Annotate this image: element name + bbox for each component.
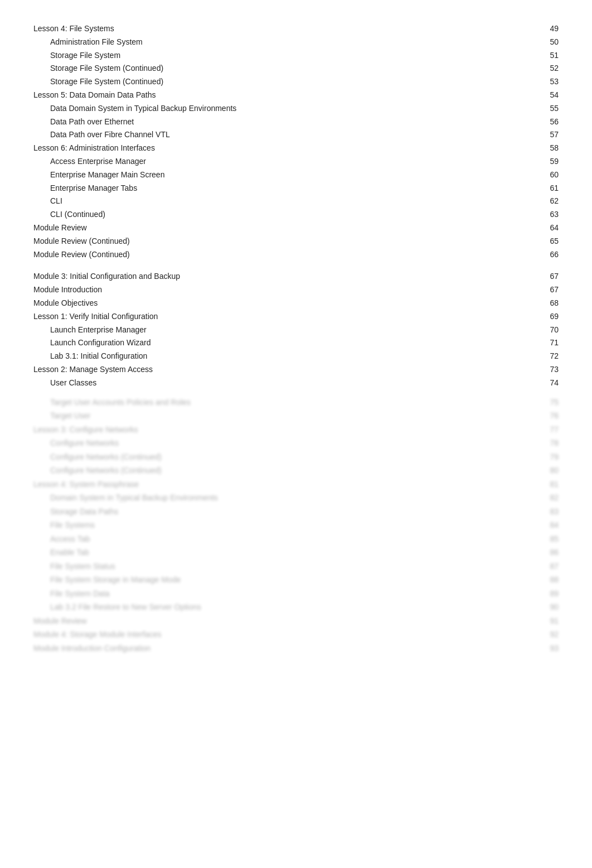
toc-blurred-entry: Module Introduction Configuration 93 <box>33 642 559 655</box>
toc-entry: Data Path over Ethernet 56 <box>33 115 559 129</box>
toc-entry-page: 69 <box>536 310 559 324</box>
toc-entry-text: Data Path over Ethernet <box>50 115 536 129</box>
toc-entry-text: Module Review <box>33 221 536 235</box>
toc-entry: Module Review (Continued) 66 <box>33 248 559 262</box>
toc-entry: Access Enterprise Manager 59 <box>33 155 559 168</box>
toc-entry-page: 61 <box>536 182 559 195</box>
toc-blurred-entry-text: Module Introduction Configuration <box>33 642 536 655</box>
toc-entry-page: 50 <box>536 36 559 49</box>
toc-entry-text: Lesson 5: Data Domain Data Paths <box>33 89 536 102</box>
toc-entry-text: Lesson 2: Manage System Access <box>33 363 536 377</box>
toc-entry: Storage File System 51 <box>33 49 559 62</box>
toc-entry: Module Introduction 67 <box>33 283 559 297</box>
toc-blurred-entry: File System Data 89 <box>33 587 559 601</box>
toc-entry-page: 60 <box>536 168 559 182</box>
toc-blurred-entry: Enable Tab 86 <box>33 546 559 560</box>
toc-blurred-entry-text: Configure Networks (Continued) <box>50 464 536 478</box>
toc-blurred-entry-page: 81 <box>536 478 559 491</box>
toc-blurred-entry-page: 86 <box>536 546 559 560</box>
toc-entry-page: 72 <box>536 350 559 363</box>
toc-entry: CLI (Continued) 63 <box>33 208 559 221</box>
toc-blurred-entry: Module Review 91 <box>33 614 559 628</box>
toc-entry-text: Access Enterprise Manager <box>50 155 536 168</box>
toc-entry-page: 67 <box>536 270 559 283</box>
toc-entry-text: Storage File System (Continued) <box>50 62 536 75</box>
toc-blurred-entry-page: 93 <box>536 642 559 655</box>
toc-entry: Lesson 4: File Systems 49 <box>33 22 559 36</box>
toc-blurred-entry: File Systems 84 <box>33 518 559 532</box>
toc-blurred-entry-page: 92 <box>536 628 559 642</box>
toc-entry-page: 66 <box>536 248 559 262</box>
toc-blurred-entry-page: 80 <box>536 464 559 478</box>
toc-entry-page: 68 <box>536 297 559 310</box>
toc-blurred-entry-text: Domain System in Typical Backup Environm… <box>50 491 536 505</box>
toc-blurred-entry-text: Configure Networks (Continued) <box>50 450 536 464</box>
toc-blurred-entry: Storage Data Paths 83 <box>33 505 559 519</box>
toc-blurred-entry-page: 87 <box>536 560 559 573</box>
toc-entry-text: Lesson 4: File Systems <box>33 22 536 36</box>
toc-entry-text: Data Path over Fibre Channel VTL <box>50 128 536 142</box>
toc-entry: Lesson 6: Administration Interfaces 58 <box>33 142 559 155</box>
toc-entry: Data Path over Fibre Channel VTL 57 <box>33 128 559 142</box>
toc-entry: Enterprise Manager Main Screen 60 <box>33 168 559 182</box>
toc-entry-text: Lesson 6: Administration Interfaces <box>33 142 536 155</box>
toc-blurred-entry: Configure Networks (Continued) 79 <box>33 450 559 464</box>
toc-blurred-entry: File System Storage in Manage Mode 88 <box>33 573 559 587</box>
toc-entry-page: 57 <box>536 128 559 142</box>
toc-blurred-entry-page: 91 <box>536 614 559 628</box>
toc-entry: Launch Enterprise Manager 70 <box>33 324 559 337</box>
toc-entry: Lesson 5: Data Domain Data Paths 54 <box>33 89 559 102</box>
toc-blurred-entry: Domain System in Typical Backup Environm… <box>33 491 559 505</box>
toc-entry-text: Administration File System <box>50 36 536 49</box>
toc-blurred-entry-page: 75 <box>536 396 559 409</box>
toc-entry-page: 67 <box>536 283 559 297</box>
toc-entry-text: Module Review (Continued) <box>33 235 536 248</box>
toc-entry-page: 55 <box>536 102 559 115</box>
toc-blurred-entry: File System Status 87 <box>33 560 559 573</box>
toc-blurred-entry: Target User Accounts Policies and Roles … <box>33 396 559 409</box>
toc-blurred-entry-page: 79 <box>536 450 559 464</box>
toc-entry-text: Storage File System (Continued) <box>50 75 536 89</box>
toc-blurred-entry-text: Configure Networks <box>50 436 536 450</box>
toc-entry: Enterprise Manager Tabs 61 <box>33 182 559 195</box>
toc-module3-section: Module 3: Initial Configuration and Back… <box>33 270 559 389</box>
toc-blurred-entry-page: 77 <box>536 423 559 437</box>
toc-blurred-entry-page: 85 <box>536 532 559 546</box>
toc-blurred-entry-text: File System Status <box>50 560 536 573</box>
toc-container: Lesson 4: File Systems 49 Administration… <box>33 22 559 655</box>
toc-blurred-entry-text: Module Review <box>33 614 536 628</box>
toc-entry-text: Lab 3.1: Initial Configuration <box>50 350 536 363</box>
toc-blurred-entry: Lesson 4: System Passphrase 81 <box>33 478 559 491</box>
toc-blurred-entry-page: 84 <box>536 518 559 532</box>
toc-blurred-entry-page: 89 <box>536 587 559 601</box>
toc-blurred-entry: Lab 3.2 File Restore to New Server Optio… <box>33 600 559 614</box>
toc-entry-page: 64 <box>536 221 559 235</box>
toc-blurred-entry-page: 78 <box>536 436 559 450</box>
toc-entry-page: 56 <box>536 115 559 129</box>
toc-blurred-entry-text: Storage Data Paths <box>50 505 536 519</box>
toc-entry-text: Enterprise Manager Main Screen <box>50 168 536 182</box>
toc-blurred-entry-page: 88 <box>536 573 559 587</box>
toc-entry-page: 70 <box>536 324 559 337</box>
toc-entry: Launch Configuration Wizard 71 <box>33 336 559 350</box>
toc-entry-text: Module 3: Initial Configuration and Back… <box>33 270 536 283</box>
toc-blurred-entry-page: 82 <box>536 491 559 505</box>
toc-entry-text: Module Introduction <box>33 283 536 297</box>
toc-blurred-entry-text: File System Storage in Manage Mode <box>50 573 536 587</box>
toc-entry-text: Module Objectives <box>33 297 536 310</box>
toc-entry-page: 54 <box>536 89 559 102</box>
toc-blurred-entry-text: Lab 3.2 File Restore to New Server Optio… <box>50 600 536 614</box>
toc-entry-text: Module Review (Continued) <box>33 248 536 262</box>
toc-entry: Module 3: Initial Configuration and Back… <box>33 270 559 283</box>
toc-blurred-entry-text: Target User <box>50 409 536 423</box>
toc-blurred-entry: Access Tab 85 <box>33 532 559 546</box>
toc-blurred-entry-page: 83 <box>536 505 559 519</box>
toc-blurred-entry-page: 90 <box>536 600 559 614</box>
toc-blurred-entry-text: File System Data <box>50 587 536 601</box>
toc-entry-text: Launch Configuration Wizard <box>50 336 536 350</box>
toc-entry: Administration File System 50 <box>33 36 559 49</box>
toc-entry-text: Data Domain System in Typical Backup Env… <box>50 102 536 115</box>
toc-entry-page: 71 <box>536 336 559 350</box>
toc-entry-text: Enterprise Manager Tabs <box>50 182 536 195</box>
toc-blurred-entry-text: Lesson 3: Configure Networks <box>33 423 536 437</box>
